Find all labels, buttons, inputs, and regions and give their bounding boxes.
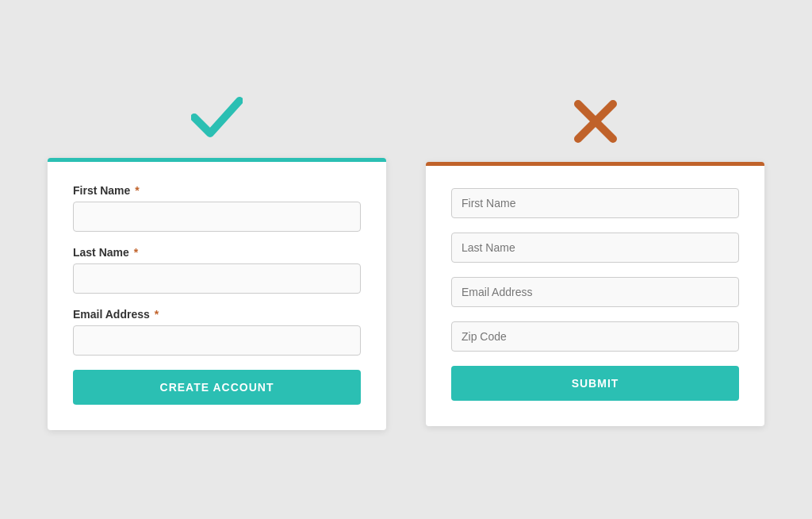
checkmark-icon: [191, 95, 243, 139]
bad-form-column: SUBMIT: [426, 94, 764, 426]
create-account-button[interactable]: CREATE ACCOUNT: [73, 370, 361, 405]
bad-icon-wrapper: [572, 94, 619, 149]
bad-last-name-input[interactable]: [451, 233, 739, 263]
bad-last-name-group: [451, 233, 739, 263]
submit-button[interactable]: SUBMIT: [451, 366, 739, 401]
required-indicator: *: [135, 184, 139, 197]
good-first-name-group: First Name *: [73, 184, 361, 232]
bad-first-name-group: [451, 188, 739, 218]
good-last-name-input[interactable]: [73, 263, 361, 294]
good-email-group: Email Address *: [73, 308, 361, 356]
required-indicator: *: [134, 246, 138, 259]
good-email-input[interactable]: [73, 325, 361, 356]
bad-zip-group: [451, 321, 739, 352]
good-last-name-label: Last Name *: [73, 246, 361, 259]
bad-form-card: SUBMIT: [426, 162, 764, 426]
good-last-name-group: Last Name *: [73, 246, 361, 294]
good-form-card: First Name * Last Name * Email Address *…: [48, 158, 386, 430]
good-first-name-input[interactable]: [73, 202, 361, 232]
bad-email-group: [451, 277, 739, 307]
bad-email-input[interactable]: [451, 277, 739, 307]
bad-zip-input[interactable]: [451, 321, 739, 352]
xmark-icon: [572, 98, 619, 145]
bad-first-name-input[interactable]: [451, 188, 739, 218]
good-icon-wrapper: [191, 90, 243, 145]
page-wrapper: First Name * Last Name * Email Address *…: [0, 74, 812, 446]
good-first-name-label: First Name *: [73, 184, 361, 197]
required-indicator: *: [155, 308, 159, 321]
good-form-column: First Name * Last Name * Email Address *…: [48, 90, 386, 430]
good-email-label: Email Address *: [73, 308, 361, 321]
